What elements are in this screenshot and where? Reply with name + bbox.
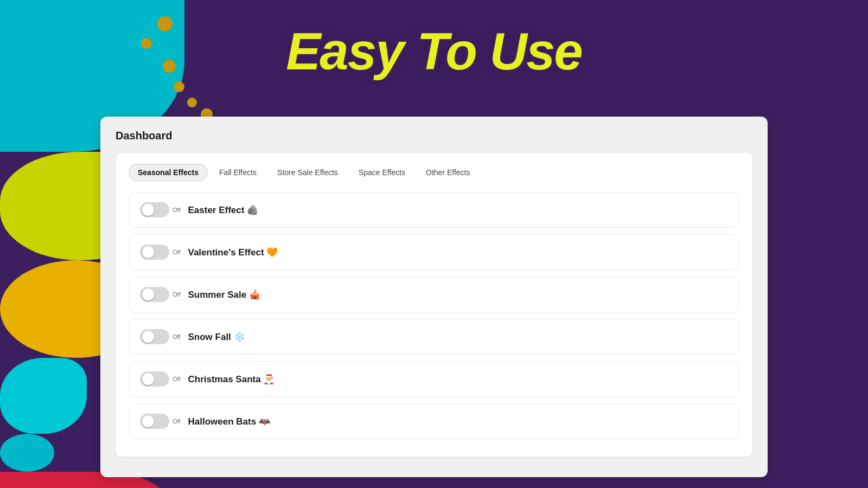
effect-emoji-christmas-santa: 🎅 [263, 374, 275, 384]
coin-4 [174, 81, 184, 92]
effect-label-summer-sale: Summer Sale 🎪 [188, 289, 260, 300]
tab-space-effects[interactable]: Space Effects [349, 164, 414, 181]
effect-row-valentines: Off Valentine's Effect 🧡 [129, 234, 739, 270]
toggle-thumb-snow-fall [142, 331, 154, 343]
toggle-summer-sale[interactable]: Off [140, 287, 180, 302]
toggle-track-summer-sale [140, 287, 169, 302]
effect-label-christmas-santa: Christmas Santa 🎅 [188, 374, 275, 385]
bg-blob-teal-right [0, 358, 87, 434]
toggle-label-christmas-santa: Off [173, 376, 180, 382]
toggle-thumb-christmas-santa [142, 373, 154, 385]
toggle-label-halloween-bats: Off [173, 418, 180, 425]
effect-emoji-halloween-bats: 🦇 [259, 416, 270, 427]
header-title: Easy To Use [0, 22, 868, 81]
tab-seasonal-effects[interactable]: Seasonal Effects [129, 164, 208, 181]
toggle-track-easter [140, 202, 169, 217]
toggle-label-summer-sale: Off [173, 291, 180, 298]
toggle-label-snow-fall: Off [173, 333, 180, 340]
dashboard-panel: Dashboard Seasonal Effects Fall Effects … [100, 117, 768, 477]
toggle-track-snow-fall [140, 329, 169, 344]
effect-emoji-snow-fall: ❄️ [234, 332, 245, 342]
tab-other-effects[interactable]: Other Effects [417, 164, 479, 181]
effect-label-halloween-bats: Halloween Bats 🦇 [188, 416, 270, 427]
inner-card: Seasonal Effects Fall Effects Store Sale… [116, 153, 752, 457]
bg-blob-teal-left-mid [0, 434, 54, 472]
effect-row-easter: Off Easter Effect 🪨 [129, 192, 739, 228]
effect-emoji-valentines: 🧡 [266, 247, 278, 258]
toggle-label-valentines: Off [173, 249, 180, 255]
toggle-track-halloween-bats [140, 414, 169, 429]
effect-label-easter: Easter Effect 🪨 [188, 204, 258, 216]
toggle-thumb-halloween-bats [142, 415, 154, 427]
effect-row-halloween-bats: Off Halloween Bats 🦇 [129, 403, 739, 439]
coin-5 [187, 98, 197, 107]
effect-emoji-easter: 🪨 [247, 205, 258, 215]
toggle-halloween-bats[interactable]: Off [140, 414, 180, 429]
toggle-thumb-easter [142, 204, 154, 216]
toggle-easter[interactable]: Off [140, 202, 180, 217]
effect-row-snow-fall: Off Snow Fall ❄️ [129, 319, 739, 355]
toggle-snow-fall[interactable]: Off [140, 329, 180, 344]
toggle-track-christmas-santa [140, 371, 169, 387]
effect-row-christmas-santa: Off Christmas Santa 🎅 [129, 361, 739, 397]
tab-fall-effects[interactable]: Fall Effects [210, 164, 266, 181]
effect-label-valentines: Valentine's Effect 🧡 [188, 247, 278, 258]
toggle-thumb-summer-sale [142, 288, 154, 300]
toggle-valentines[interactable]: Off [140, 245, 180, 260]
tabs-row: Seasonal Effects Fall Effects Store Sale… [129, 164, 739, 181]
toggle-track-valentines [140, 245, 169, 260]
toggle-christmas-santa[interactable]: Off [140, 371, 180, 387]
effect-emoji-summer-sale: 🎪 [249, 290, 260, 300]
tab-store-sale-effects[interactable]: Store Sale Effects [268, 164, 347, 181]
effect-label-snow-fall: Snow Fall ❄️ [188, 331, 245, 343]
effect-row-summer-sale: Off Summer Sale 🎪 [129, 277, 739, 312]
toggle-label-easter: Off [173, 207, 180, 213]
dashboard-title: Dashboard [116, 130, 752, 142]
toggle-thumb-valentines [142, 246, 154, 258]
